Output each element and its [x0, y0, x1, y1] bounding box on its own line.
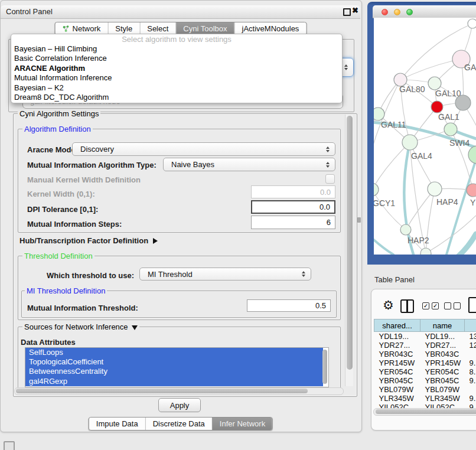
- node-gal10[interactable]: [428, 77, 441, 90]
- table-cell: 12: [464, 341, 476, 350]
- dropdown-item[interactable]: Dream8 DC_TDC Algorithm: [11, 93, 342, 102]
- table-horizontal-scrollbar[interactable]: [373, 408, 476, 416]
- dropdown-item[interactable]: Mutual Information Inference: [11, 73, 342, 83]
- node-gcy1-label: GCY1: [374, 198, 395, 208]
- tab-network[interactable]: Network: [56, 22, 108, 35]
- gear-icon[interactable]: ⚙: [383, 298, 394, 312]
- node-top[interactable]: [468, 19, 476, 28]
- settings-vertical-scrollbar[interactable]: [345, 115, 353, 386]
- attribute-item[interactable]: BetweennessCentrality: [25, 367, 323, 376]
- node-salmon-label: Y: [470, 198, 476, 207]
- settings-vscroll-thumb[interactable]: [347, 116, 353, 370]
- table-row[interactable]: YBR045CYBR045C9.: [374, 376, 476, 385]
- sources-legend[interactable]: Sources for Network Inference: [22, 323, 139, 331]
- data-attributes-list[interactable]: SelfLoopsTopologicalCoefficientBetweenne…: [25, 347, 329, 387]
- table-cell: YDL19...: [374, 332, 420, 341]
- settings-hscroll-thumb[interactable]: [16, 389, 308, 393]
- attribute-item[interactable]: TopologicalCoefficient: [25, 357, 323, 367]
- close-traffic-light-icon[interactable]: [382, 9, 388, 15]
- table-row[interactable]: YLR345WYLR345W9.: [374, 394, 476, 403]
- node-bottom[interactable]: [420, 248, 431, 255]
- aracne-mode-combobox[interactable]: Discovery: [72, 142, 335, 156]
- node-swi4-big[interactable]: [468, 146, 476, 164]
- zoom-traffic-light-icon[interactable]: [406, 9, 413, 15]
- settings-horizontal-scrollbar[interactable]: [14, 387, 344, 395]
- dpi-tolerance-field[interactable]: 0.0: [251, 200, 335, 214]
- data-attributes-label: Data Attributes: [21, 338, 76, 347]
- close-icon[interactable]: ✖: [352, 6, 358, 15]
- table-row[interactable]: YDL19...YDL19...13: [374, 332, 476, 341]
- dropdown-item[interactable]: Bayesian – K2: [11, 83, 342, 93]
- node-table[interactable]: shared...name YDL19...YDL19...13YDR27...…: [374, 319, 476, 412]
- column-header[interactable]: shared...: [374, 319, 420, 332]
- node-gal10-label: GAL10: [435, 89, 461, 98]
- tab-discretize-data[interactable]: Discretize Data: [145, 418, 212, 430]
- column-header[interactable]: [464, 319, 476, 332]
- tab-label: Network: [73, 24, 101, 33]
- dropdown-item[interactable]: Basic Correlation Inference: [11, 54, 342, 63]
- column-header[interactable]: name: [420, 319, 464, 332]
- deselect-all-checkbox-icon[interactable]: [454, 302, 461, 309]
- mi-algorithm-type-combobox[interactable]: Naive Bayes: [163, 158, 335, 171]
- table-hscroll-thumb[interactable]: [376, 409, 476, 414]
- network-canvas[interactable]: GALGAL80GAL10GAL1SWI4GAL11GAL4GCY1HAP4YH…: [374, 18, 476, 255]
- attribute-item[interactable]: gal4RGexp: [25, 377, 323, 386]
- node-gal4-label: GAL4: [411, 151, 432, 161]
- table-cell: YBR045C: [374, 376, 420, 385]
- node-hap2[interactable]: [400, 224, 411, 235]
- combo-arrows-icon: [344, 64, 348, 70]
- mi-steps-field[interactable]: 6: [251, 216, 335, 229]
- tab-jactivemnodules[interactable]: jActiveMNodules: [234, 22, 307, 35]
- tab-label: Style: [115, 24, 132, 33]
- table-row[interactable]: YBR043CYBR043C: [374, 350, 476, 358]
- deselect-all-checkbox-icon[interactable]: [444, 302, 451, 309]
- table-cell: [464, 350, 476, 358]
- select-all-checkbox-icon[interactable]: ✓: [432, 302, 439, 309]
- node-gray[interactable]: [455, 95, 471, 110]
- tab-cyni-toolbox[interactable]: Cyni Toolbox: [175, 22, 234, 35]
- kernel-width-field[interactable]: 0.0: [251, 185, 335, 198]
- apply-button[interactable]: Apply: [158, 398, 201, 412]
- split-columns-icon[interactable]: [400, 299, 414, 313]
- mi-threshold-field[interactable]: 0.5: [247, 299, 331, 312]
- node-hap4[interactable]: [428, 182, 442, 196]
- hub-section-toggle[interactable]: Hub/Transcription Factor Definition: [19, 236, 158, 245]
- table-cell: YDR27...: [420, 341, 464, 350]
- dropdown-item[interactable]: ARACNE Algorithm: [11, 64, 342, 73]
- tab-select[interactable]: Select: [139, 22, 175, 35]
- list-vscroll-thumb[interactable]: [322, 350, 327, 384]
- table-row[interactable]: YPR145WYPR145W9.: [374, 358, 476, 367]
- table-row[interactable]: YBL079WYBL079W: [374, 385, 476, 394]
- dropdown-placeholder: Select algorithm to view settings: [11, 34, 342, 44]
- dropdown-item[interactable]: Bayesian – Hill Climbing: [11, 44, 342, 54]
- node-salmon[interactable]: [467, 184, 476, 197]
- float-window-icon[interactable]: [343, 8, 351, 16]
- table-row[interactable]: YDR27...YDR27...12: [374, 341, 476, 350]
- tab-style[interactable]: Style: [107, 22, 139, 35]
- mi-algorithm-type-label: Mutual Information Algorithm Type:: [27, 161, 157, 169]
- splitter-handle[interactable]: [357, 217, 361, 223]
- tab-infer-network[interactable]: Infer Network: [212, 418, 272, 430]
- node-gal11[interactable]: [374, 107, 384, 120]
- table-cell: YLR345W: [420, 394, 464, 403]
- attribute-item[interactable]: SelfLoops: [25, 348, 323, 357]
- select-all-checkbox-icon[interactable]: ✓: [422, 302, 429, 309]
- table-cell: YPR145W: [374, 358, 420, 367]
- node-gal4[interactable]: [402, 135, 418, 150]
- tab-impute-data[interactable]: Impute Data: [89, 418, 145, 430]
- table-cell: YDR27...: [374, 341, 420, 350]
- which-threshold-label: Which threshold to use:: [47, 271, 134, 280]
- table-row[interactable]: YER054CYER054C8.: [374, 367, 476, 376]
- tab-label: Discretize Data: [153, 419, 205, 428]
- minimized-panel-icon[interactable]: [4, 441, 15, 450]
- node-red[interactable]: [431, 101, 443, 113]
- network-window-titlebar[interactable]: [373, 5, 476, 18]
- screen: Control Panel ✖ NetworkStyleSelectCyni T…: [0, 0, 476, 450]
- node-gcy1[interactable]: [374, 183, 379, 196]
- which-threshold-combobox[interactable]: MI Threshold: [139, 268, 311, 281]
- minimize-traffic-light-icon[interactable]: [394, 9, 400, 15]
- table-cell: 13: [464, 332, 476, 341]
- node-gal1-green[interactable]: [444, 123, 457, 136]
- new-column-icon[interactable]: [468, 297, 476, 313]
- manual-kernel-checkbox[interactable]: [325, 174, 335, 184]
